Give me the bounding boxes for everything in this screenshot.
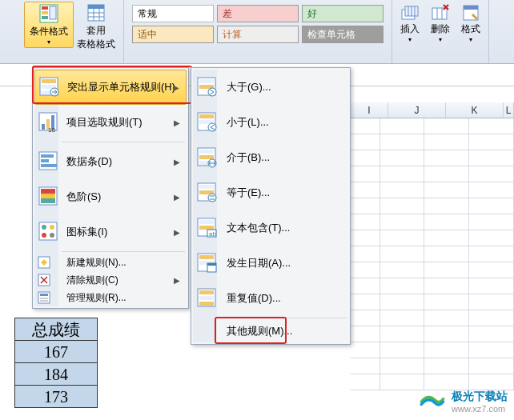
svg-rect-79	[199, 296, 214, 300]
table-row[interactable]: 184	[14, 362, 98, 386]
conditional-formatting-button[interactable]: 条件格式 ▾	[24, 2, 74, 48]
styles-group: 条件格式 ▾ 套用 表格格式	[0, 0, 124, 63]
cells-group: 插入▾ 删除▾ 格式▾	[392, 0, 489, 63]
menu-label: 其他规则(M)...	[227, 324, 292, 338]
submenu-arrow-icon: ▶	[174, 276, 180, 285]
svg-rect-37	[41, 194, 55, 198]
menu-label: 大于(G)...	[227, 80, 271, 94]
style-normal[interactable]: 常规	[132, 5, 214, 22]
style-moderate[interactable]: 适中	[132, 26, 214, 43]
data-bars[interactable]: 数据条(D) ▶	[34, 144, 187, 179]
svg-rect-59	[199, 150, 214, 154]
svg-rect-36	[41, 189, 55, 194]
svg-rect-80	[199, 302, 214, 306]
equal-to[interactable]: 等于(E)...	[193, 175, 348, 210]
date-occurring[interactable]: 发生日期(A)...	[193, 246, 348, 281]
svg-rect-39	[39, 222, 57, 240]
less-icon	[196, 111, 219, 134]
svg-rect-4	[50, 6, 56, 19]
manage-rules[interactable]: 管理规则(R)...	[34, 289, 187, 306]
between[interactable]: 介于(B)...	[193, 140, 348, 175]
submenu-arrow-icon: ▶	[174, 158, 180, 166]
logo-text: 极光下载站	[452, 390, 508, 402]
menu-label: 项目选取规则(T)	[66, 115, 143, 130]
style-calc[interactable]: 计算	[217, 26, 299, 43]
less-than[interactable]: 小于(L)...	[193, 105, 348, 140]
new-rule[interactable]: 新建规则(N)...	[34, 254, 187, 271]
insert-button[interactable]: 插入▾	[400, 3, 420, 43]
svg-rect-64	[199, 185, 214, 189]
svg-rect-3	[42, 16, 48, 19]
spreadsheet-grid[interactable]	[351, 118, 514, 420]
table-header[interactable]: 总成绩	[14, 318, 98, 341]
color-scales[interactable]: 色阶(S) ▶	[34, 179, 187, 214]
style-bad[interactable]: 差	[217, 5, 299, 22]
svg-rect-69	[199, 226, 214, 230]
col-header-l[interactable]: L	[504, 102, 514, 118]
col-header-k[interactable]: K	[446, 102, 504, 118]
menu-label: 重复值(D)...	[227, 291, 281, 306]
highlight-rules-icon	[38, 76, 61, 98]
svg-point-66	[208, 194, 216, 202]
menu-label: 清除规则(C)	[66, 274, 118, 287]
format-as-table-button[interactable]: 套用 表格格式	[74, 2, 118, 53]
format-button[interactable]: 格式▾	[461, 3, 480, 43]
table-row[interactable]: 167	[14, 340, 98, 363]
equal-icon	[196, 182, 219, 204]
prev-style[interactable]	[5, 2, 24, 8]
svg-rect-48	[40, 298, 48, 299]
insert-icon	[400, 3, 420, 22]
submenu-arrow-icon: ▶	[174, 118, 180, 127]
svg-point-57	[208, 123, 216, 131]
duplicate-icon	[196, 287, 219, 310]
chevron-down-icon: ▾	[439, 36, 442, 43]
svg-rect-78	[199, 290, 214, 294]
svg-rect-51	[199, 79, 214, 83]
svg-text:10: 10	[48, 126, 55, 134]
more-rules[interactable]: 其他规则(M)...	[193, 320, 348, 342]
top-bottom-rules[interactable]: 10 项目选取规则(T) ▶	[34, 105, 187, 140]
logo-url: www.xz7.com	[452, 404, 508, 414]
format-as-table-label: 套用 表格格式	[77, 24, 115, 51]
svg-point-40	[42, 225, 46, 230]
clear-rules-icon	[38, 274, 50, 286]
text-contains[interactable]: ab 文本包含(T)...	[193, 210, 348, 246]
col-header-j[interactable]: J	[388, 102, 446, 118]
icon-sets[interactable]: 图标集(I) ▶	[34, 214, 187, 250]
clear-rules[interactable]: 清除规则(C) ▶	[34, 271, 187, 289]
svg-rect-73	[199, 255, 214, 259]
table-style-icon	[86, 3, 106, 22]
duplicate-values[interactable]: 重复值(D)...	[193, 281, 348, 316]
table-row[interactable]: 173	[14, 385, 98, 408]
svg-rect-2	[42, 11, 48, 14]
new-rule-icon	[38, 256, 50, 269]
conditional-formatting-menu: 突出显示单元格规则(H) ▶ 10 项目选取规则(T) ▶ 数据条(D) ▶ 色…	[32, 67, 189, 309]
svg-rect-38	[41, 198, 55, 203]
between-icon	[196, 146, 219, 169]
date-icon	[196, 252, 219, 274]
text-contains-icon: ab	[196, 217, 219, 239]
svg-rect-33	[41, 159, 49, 162]
svg-rect-47	[40, 294, 48, 296]
menu-label: 图标集(I)	[66, 225, 107, 239]
svg-rect-55	[199, 114, 214, 118]
highlight-cells-rules[interactable]: 突出显示单元格规则(H) ▶	[34, 70, 187, 105]
cell-styles-group: 常规 差 好 适中 计算 检查单元格	[124, 0, 392, 63]
menu-label: 新建规则(N)...	[66, 256, 126, 270]
style-check[interactable]: 检查单元格	[302, 26, 383, 43]
svg-rect-49	[40, 300, 48, 302]
format-icon	[461, 3, 480, 22]
menu-label: 管理规则(R)...	[66, 291, 126, 305]
greater-icon	[196, 76, 219, 98]
icon-sets-icon	[38, 221, 60, 243]
svg-point-41	[50, 225, 54, 230]
submenu-arrow-icon: ▶	[174, 228, 180, 237]
col-header-i[interactable]: I	[351, 102, 388, 118]
delete-button[interactable]: 删除▾	[431, 3, 450, 43]
greater-than[interactable]: 大于(G)...	[193, 70, 348, 105]
svg-point-43	[50, 233, 54, 238]
style-good[interactable]: 好	[302, 5, 383, 22]
menu-label: 文本包含(T)...	[227, 221, 290, 235]
svg-rect-68	[199, 220, 214, 224]
submenu-arrow-icon: ▶	[174, 193, 180, 202]
